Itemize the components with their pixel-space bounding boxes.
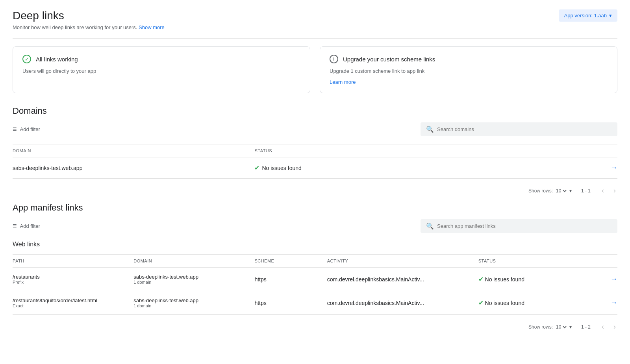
- wl-row1-domain: sabs-deeplinks-test.web.app 1 domain: [133, 274, 254, 285]
- wl-row1-activity: com.devrel.deeplinksbasics.MainActiv...: [327, 276, 478, 283]
- app-manifest-section-title: App manifest links: [13, 203, 617, 213]
- header-divider: [13, 38, 617, 39]
- wl-row2-activity: com.devrel.deeplinksbasics.MainActiv...: [327, 300, 478, 306]
- manifest-filter-icon: ≡: [13, 222, 17, 230]
- page-title: Deep links: [13, 9, 617, 22]
- page-subtitle: Monitor how well deep links are working …: [13, 24, 617, 30]
- wl-row1-arrow[interactable]: →: [610, 275, 617, 283]
- domain-status-text: No issues found: [262, 165, 301, 171]
- domains-prev-btn[interactable]: ‹: [600, 185, 606, 196]
- domains-col-domain: Domain: [13, 148, 254, 153]
- domains-section-title: Domains: [13, 106, 617, 116]
- wl-col-status: Status: [478, 259, 602, 263]
- web-link-row[interactable]: /restaurants Prefix sabs-deeplinks-test.…: [13, 268, 617, 291]
- wl-row2-status-text: No issues found: [485, 300, 524, 306]
- show-more-link[interactable]: Show more: [139, 24, 165, 30]
- domain-row-arrow[interactable]: →: [610, 164, 617, 172]
- chevron-down-icon: ▾: [609, 13, 612, 18]
- card-desc-2: Upgrade 1 custom scheme link to app link: [330, 68, 608, 74]
- domains-next-btn[interactable]: ›: [612, 185, 617, 196]
- wl-row2-status-icon: ✔: [478, 299, 484, 306]
- domains-table-header: Domain Status: [13, 144, 617, 157]
- manifest-search-input[interactable]: [437, 223, 612, 229]
- domains-add-filter[interactable]: ≡ Add filter: [13, 125, 414, 133]
- domains-rows-select[interactable]: 10 25 50: [554, 188, 568, 194]
- card-title-1: All links working: [36, 56, 78, 63]
- manifest-search-box: 🔍: [421, 219, 617, 233]
- wl-row1-status: ✔ No issues found: [478, 275, 602, 283]
- wl-row1-status-text: No issues found: [485, 276, 524, 283]
- card-header-2: i Upgrade your custom scheme links: [330, 55, 608, 63]
- manifest-show-rows-label: Show rows:: [528, 324, 553, 330]
- manifest-next-btn[interactable]: ›: [612, 321, 617, 333]
- domains-filter-label: Add filter: [20, 126, 40, 132]
- all-links-card: ✓ All links working Users will go direct…: [13, 46, 310, 93]
- domains-pagination: Show rows: 10 25 50 ▾ 1 - 1 ‹ ›: [13, 182, 617, 203]
- domain-row[interactable]: sabs-deeplinks-test.web.app ✔ No issues …: [13, 157, 617, 178]
- web-links-table: Path Domain Scheme Activity Status /rest…: [13, 254, 617, 315]
- domains-col-status: Status: [254, 148, 602, 153]
- domain-name: sabs-deeplinks-test.web.app: [13, 165, 254, 171]
- manifest-pagination: Show rows: 10 25 50 ▾ 1 - 2 ‹ ›: [13, 318, 617, 339]
- domains-table: Domain Status sabs-deeplinks-test.web.ap…: [13, 144, 617, 179]
- wl-row2-domain: sabs-deeplinks-test.web.app 1 domain: [133, 297, 254, 308]
- manifest-search-icon: 🔍: [426, 222, 434, 230]
- manifest-rows-select[interactable]: 10 25 50: [554, 324, 568, 330]
- wl-col-activity: Activity: [327, 259, 478, 263]
- manifest-page-info: 1 - 2: [581, 324, 591, 330]
- app-version-label: App version: 1.aab: [564, 13, 607, 18]
- domains-search-input[interactable]: [437, 126, 612, 132]
- domains-filter-row: ≡ Add filter 🔍: [13, 122, 617, 136]
- wl-row2-path: /restaurants/taquitos/order/latest.html …: [13, 297, 133, 308]
- status-ok-icon: ✔: [254, 164, 259, 172]
- cards-row: ✓ All links working Users will go direct…: [13, 46, 617, 93]
- domains-rows-per-page: Show rows: 10 25 50 ▾: [528, 188, 572, 194]
- filter-icon: ≡: [13, 125, 17, 133]
- web-links-title: Web links: [13, 241, 617, 248]
- domain-status: ✔ No issues found: [254, 164, 602, 172]
- web-link-row[interactable]: /restaurants/taquitos/order/latest.html …: [13, 291, 617, 314]
- manifest-add-filter[interactable]: ≡ Add filter: [13, 222, 414, 230]
- wl-col-scheme: Scheme: [254, 259, 327, 263]
- manifest-filter-row: ≡ Add filter 🔍: [13, 219, 617, 233]
- learn-more-link[interactable]: Learn more: [330, 79, 356, 85]
- wl-col-domain: Domain: [133, 259, 254, 263]
- wl-row2-status: ✔ No issues found: [478, 299, 602, 307]
- domains-search-box: 🔍: [421, 122, 617, 136]
- manifest-rows-per-page: Show rows: 10 25 50 ▾: [528, 324, 572, 330]
- web-links-table-header: Path Domain Scheme Activity Status: [13, 255, 617, 268]
- wl-row1-path: /restaurants Prefix: [13, 274, 133, 285]
- wl-col-path: Path: [13, 259, 133, 263]
- card-title-2: Upgrade your custom scheme links: [343, 56, 435, 63]
- wl-row1-scheme: https: [254, 276, 327, 283]
- card-header-1: ✓ All links working: [22, 55, 300, 63]
- check-icon: ✓: [22, 55, 31, 63]
- manifest-filter-label: Add filter: [20, 223, 40, 229]
- wl-row1-status-icon: ✔: [478, 276, 484, 283]
- app-version-button[interactable]: App version: 1.aab ▾: [559, 9, 617, 22]
- chevron-down-icon-manifest: ▾: [569, 324, 572, 330]
- show-rows-label: Show rows:: [528, 188, 553, 194]
- domains-page-info: 1 - 1: [581, 188, 591, 194]
- wl-row2-arrow[interactable]: →: [610, 299, 617, 307]
- info-icon: i: [330, 55, 338, 63]
- upgrade-scheme-card: i Upgrade your custom scheme links Upgra…: [320, 46, 617, 93]
- chevron-down-icon-rows: ▾: [569, 188, 572, 194]
- card-desc-1: Users will go directly to your app: [22, 68, 300, 74]
- domains-search-icon: 🔍: [426, 126, 434, 133]
- wl-row2-scheme: https: [254, 300, 327, 306]
- manifest-prev-btn[interactable]: ‹: [600, 321, 606, 333]
